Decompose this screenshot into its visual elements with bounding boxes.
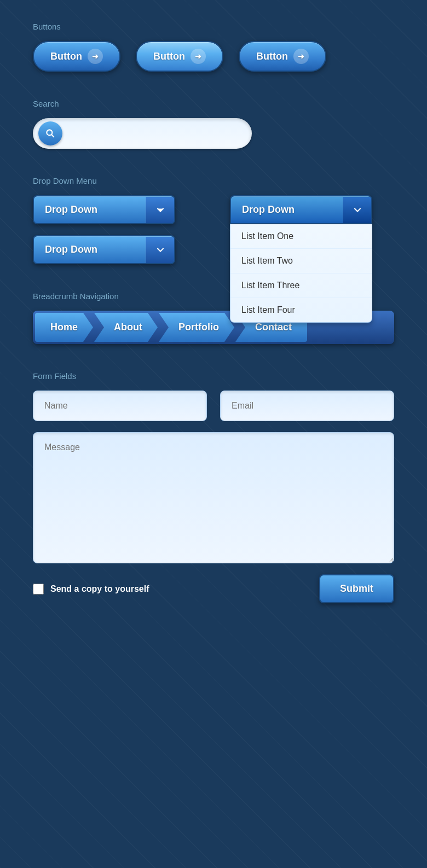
button-1-arrow-icon: ➜ <box>88 49 103 64</box>
copy-checkbox[interactable] <box>33 584 44 595</box>
list-item-4[interactable]: List Item Four <box>230 298 372 322</box>
form-section-label: Form Fields <box>33 371 394 381</box>
search-bar <box>33 118 252 149</box>
list-item-3[interactable]: List Item Three <box>230 273 372 298</box>
dropdown-btn-1-arrow <box>146 197 174 223</box>
search-section: Search <box>33 99 394 149</box>
dropdown-left-column: Drop Down Drop Down <box>33 195 175 264</box>
buttons-section: Buttons Button ➜ Button ➜ Button ➜ <box>33 22 394 72</box>
dropdown-grid: Drop Down Drop Down D <box>33 195 394 264</box>
search-icon <box>45 128 56 139</box>
submit-label: Submit <box>340 583 373 594</box>
button-1-label: Button <box>50 51 82 62</box>
search-label: Search <box>33 99 394 108</box>
dropdown-btn-hover-2[interactable]: Drop Down <box>33 235 175 264</box>
list-item-1[interactable]: List Item One <box>230 224 372 249</box>
button-3[interactable]: Button ➜ <box>239 41 326 72</box>
breadcrumb-item-home[interactable]: Home <box>35 313 93 342</box>
dropdown-btn-open[interactable]: Drop Down <box>230 195 372 224</box>
buttons-label: Buttons <box>33 22 394 31</box>
dropdown-btn-1-label: Drop Down <box>34 196 146 223</box>
breadcrumb-about-label: About <box>114 322 142 333</box>
chevron-down-icon-1 <box>155 205 166 215</box>
name-input[interactable] <box>33 391 207 421</box>
button-2[interactable]: Button ➜ <box>136 41 223 72</box>
breadcrumb-contact-label: Contact <box>255 322 292 333</box>
svg-point-0 <box>47 130 52 135</box>
search-input[interactable] <box>62 126 246 141</box>
breadcrumb-item-about[interactable]: About <box>94 313 158 342</box>
message-textarea[interactable] <box>33 432 394 563</box>
form-section: Form Fields Send a copy to yourself Subm… <box>33 371 394 603</box>
chevron-down-icon-open <box>352 205 363 215</box>
dropdown-list: List Item One List Item Two List Item Th… <box>230 224 372 323</box>
dropdown-open-container: Drop Down List Item One List Item Two Li… <box>230 195 372 224</box>
button-3-arrow-icon: ➜ <box>293 49 309 64</box>
email-input[interactable] <box>220 391 394 421</box>
breadcrumb-item-portfolio[interactable]: Portfolio <box>159 313 234 342</box>
dropdown-btn-2-arrow <box>146 237 174 263</box>
dropdown-btn-closed-1[interactable]: Drop Down <box>33 195 175 224</box>
dropdown-btn-open-arrow <box>343 197 371 223</box>
button-1[interactable]: Button ➜ <box>33 41 120 72</box>
dropdown-label: Drop Down Menu <box>33 176 394 185</box>
breadcrumb-portfolio-label: Portfolio <box>178 322 219 333</box>
breadcrumb-home-label: Home <box>50 322 78 333</box>
form-top-row <box>33 391 394 421</box>
dropdown-btn-2-label: Drop Down <box>34 236 146 263</box>
submit-button[interactable]: Submit <box>319 574 394 603</box>
copy-checkbox-label[interactable]: Send a copy to yourself <box>33 584 149 595</box>
list-item-2[interactable]: List Item Two <box>230 249 372 273</box>
dropdown-section: Drop Down Menu Drop Down Drop Down <box>33 176 394 264</box>
buttons-row: Button ➜ Button ➜ Button ➜ <box>33 41 394 72</box>
dropdown-btn-open-label: Drop Down <box>231 196 343 223</box>
copy-label-text: Send a copy to yourself <box>50 584 149 594</box>
chevron-down-icon-2 <box>155 244 166 255</box>
search-icon-button[interactable] <box>38 121 62 145</box>
button-2-arrow-icon: ➜ <box>191 49 206 64</box>
button-2-label: Button <box>153 51 185 62</box>
form-footer: Send a copy to yourself Submit <box>33 574 394 603</box>
button-3-label: Button <box>256 51 288 62</box>
svg-line-1 <box>51 135 54 137</box>
